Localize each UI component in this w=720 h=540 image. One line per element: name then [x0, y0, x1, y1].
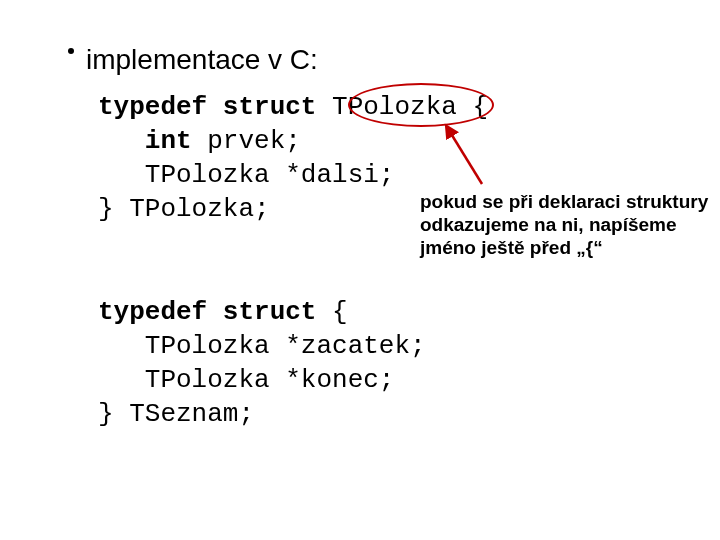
heading-text: implementace v C:: [86, 44, 318, 75]
kw-int: int: [98, 126, 192, 156]
slide: implementace v C: typedef struct TPolozk…: [0, 0, 720, 540]
code-block-tseznam: typedef struct { TPolozka *zacatek; TPol…: [98, 295, 426, 431]
code2-l1-rest: {: [316, 297, 347, 327]
arrow-icon: [0, 0, 720, 540]
code1-l3: TPolozka *dalsi;: [98, 160, 394, 190]
kw-typedef-struct-2: typedef struct: [98, 297, 316, 327]
highlight-ellipse: [348, 83, 494, 127]
heading: implementace v C:: [56, 44, 318, 76]
code2-l3: TPolozka *konec;: [98, 365, 394, 395]
kw-typedef-struct-1: typedef struct: [98, 92, 316, 122]
code1-l4: } TPolozka;: [98, 194, 270, 224]
code1-l2-rest: prvek;: [192, 126, 301, 156]
code2-l2: TPolozka *zacatek;: [98, 331, 426, 361]
annotation-note: pokud se při deklaraci struktury odkazuj…: [420, 190, 710, 259]
code2-l4: } TSeznam;: [98, 399, 254, 429]
